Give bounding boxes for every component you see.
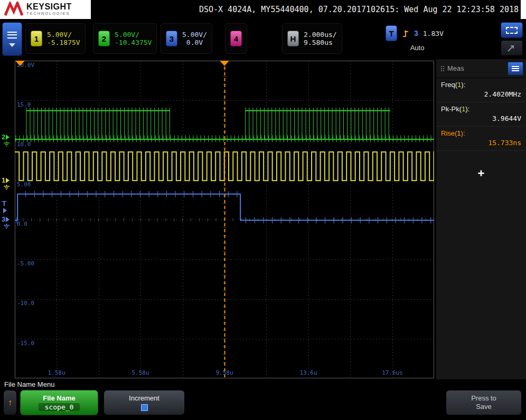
measurement-pkpk[interactable]: Pk-Pk(1): 3.9644V	[436, 102, 526, 127]
save-label-line1: Press to	[471, 394, 496, 403]
y-axis-label: 15.0	[17, 101, 31, 108]
horizontal-readout: 2.000us/ 9.580us	[304, 31, 337, 46]
channel4-settings[interactable]: 4	[225, 23, 247, 54]
measurement-value: 2.4020MHz	[441, 90, 521, 98]
menu-icon	[7, 32, 17, 39]
add-measurement-button[interactable]: +	[436, 167, 526, 180]
horizontal-badge: H	[287, 31, 299, 46]
channel2-scale: 5.00V/	[115, 31, 152, 39]
top-status-bar: KEYSIGHT TECHNOLOGIES DSO-X 4024A, MY554…	[0, 0, 526, 19]
channel2-badge: 2	[98, 31, 110, 46]
y-axis-label: 10.0	[17, 141, 31, 148]
measurement-panel-header: Meas	[436, 59, 526, 78]
channel3-offset: 0.0V	[182, 39, 207, 46]
trigger-settings[interactable]: T 3 1.83V Auto	[386, 23, 476, 54]
measurement-close: ):	[465, 105, 469, 113]
x-axis-label: 5.58u	[132, 369, 149, 376]
selection-rect-icon	[506, 27, 518, 34]
list-icon	[512, 66, 519, 71]
measurement-name: Rise(	[441, 129, 457, 137]
brand-name: KEYSIGHT	[26, 2, 72, 11]
channel2-marker-label: 2	[2, 133, 5, 141]
channel2-ground-icon	[3, 141, 10, 147]
measurement-name: Freq(	[441, 81, 457, 89]
press-to-save-softkey[interactable]: Press to Save	[446, 390, 522, 415]
timebase-scale: 2.000us/	[304, 31, 337, 39]
measurement-label: Pk-Pk(1):	[441, 105, 521, 113]
channel3-scale: 5.00V/	[182, 31, 207, 39]
time-reference-marker	[15, 61, 25, 66]
channel2-offset: -10.4375V	[115, 39, 152, 46]
keysight-logo: KEYSIGHT TECHNOLOGIES	[4, 2, 72, 16]
measurement-panel-title: Meas	[447, 64, 464, 72]
rising-edge-icon	[402, 28, 409, 38]
channel1-readout: 5.00V/ -5.1875V	[47, 31, 80, 46]
waveform-canvas[interactable]	[15, 61, 434, 378]
measurement-label: Freq(1):	[441, 81, 521, 89]
measurement-menu-button[interactable]	[508, 62, 523, 75]
up-arrow-icon: ↑	[8, 398, 12, 407]
increment-checkbox[interactable]	[141, 404, 148, 411]
chevron-down-icon	[9, 43, 15, 47]
measurement-channel: 1	[457, 129, 461, 137]
horizontal-settings[interactable]: H 2.000us/ 9.580us	[282, 23, 342, 54]
cursor-tool-button[interactable]	[501, 40, 523, 56]
save-label-line2: Save	[476, 403, 492, 411]
waveform-area[interactable]: 20.0V 15.0 10.0 5.00 0.0 -5.00 -10.0 -15…	[0, 59, 435, 379]
file-name-label: File Name	[43, 394, 75, 402]
measurement-label: Rise(1):	[441, 129, 521, 137]
channel2-readout: 5.00V/ -10.4375V	[115, 31, 152, 46]
keysight-spark-icon	[4, 2, 23, 16]
channel2-ground-marker[interactable]: 2	[2, 133, 10, 141]
trigger-position-marker[interactable]	[220, 61, 229, 66]
trigger-row: T 3 1.83V	[386, 25, 476, 41]
softkey-menu-title: File Name Menu	[4, 380, 54, 388]
channel2-settings[interactable]: 2 5.00V/ -10.4375V	[93, 23, 157, 54]
file-name-softkey[interactable]: File Name scope_0	[20, 390, 98, 415]
channel3-settings[interactable]: 3 5.00V/ 0.0V	[161, 23, 212, 54]
x-axis-label: 17.6us	[382, 369, 403, 376]
y-axis-label: 5.00	[17, 181, 31, 188]
measurement-freq[interactable]: Freq(1): 2.4020MHz	[436, 78, 526, 102]
menu-back-button[interactable]: ↑	[3, 390, 17, 415]
measurement-name: Pk-Pk(	[441, 105, 462, 113]
file-name-value: scope_0	[39, 403, 80, 411]
grip-dots-icon	[441, 66, 442, 67]
trigger-marker-label: T	[2, 199, 6, 207]
session-info: DSO-X 4024A, MY55440400, 07.20.201710261…	[91, 0, 521, 19]
trigger-level-marker[interactable]: T	[2, 199, 7, 213]
channel1-marker-label: 1	[2, 176, 5, 184]
channel3-ground-icon	[3, 224, 10, 229]
pointer-arrow-icon	[506, 43, 517, 53]
zoom-select-button[interactable]	[501, 22, 523, 38]
trigger-source: 3	[414, 29, 418, 37]
measurement-value: 15.733ns	[441, 139, 521, 147]
measurement-close: ):	[461, 129, 465, 137]
measurement-rise[interactable]: Rise(1): 15.733ns	[436, 127, 526, 151]
oscilloscope-screen: KEYSIGHT TECHNOLOGIES DSO-X 4024A, MY554…	[0, 0, 526, 420]
increment-label: Increment	[129, 394, 159, 402]
channel3-readout: 5.00V/ 0.0V	[182, 31, 207, 46]
corner-notch	[521, 0, 526, 11]
measurement-value: 3.9644V	[441, 114, 521, 122]
channel3-marker-label: 3	[2, 215, 5, 223]
x-axis-label: 1.58u	[48, 369, 65, 376]
softkey-bar: File Name Menu ↑ File Name scope_0 Incre…	[0, 379, 526, 420]
channel3-ground-marker[interactable]: 3	[2, 215, 10, 223]
x-axis-label: 9.58u	[215, 369, 233, 376]
channel3-badge: 3	[166, 31, 177, 46]
x-axis-label: 13.6u	[299, 369, 317, 376]
timebase-delay: 9.580us	[304, 39, 337, 46]
brand-text: KEYSIGHT TECHNOLOGIES	[26, 2, 72, 16]
increment-softkey[interactable]: Increment	[104, 390, 185, 415]
y-axis-label: -5.00	[17, 260, 34, 267]
y-axis-label: -15.0	[17, 340, 34, 347]
channel1-offset: -5.1875V	[47, 39, 80, 46]
channel1-scale: 5.00V/	[47, 31, 80, 39]
menu-button[interactable]	[2, 22, 22, 56]
trigger-badge: T	[386, 25, 397, 41]
channel1-settings[interactable]: 1 5.00V/ -5.1875V	[25, 23, 86, 54]
channel4-badge: 4	[230, 31, 242, 46]
trigger-level: 1.83V	[423, 30, 444, 37]
channel1-ground-marker[interactable]: 1	[2, 176, 10, 184]
